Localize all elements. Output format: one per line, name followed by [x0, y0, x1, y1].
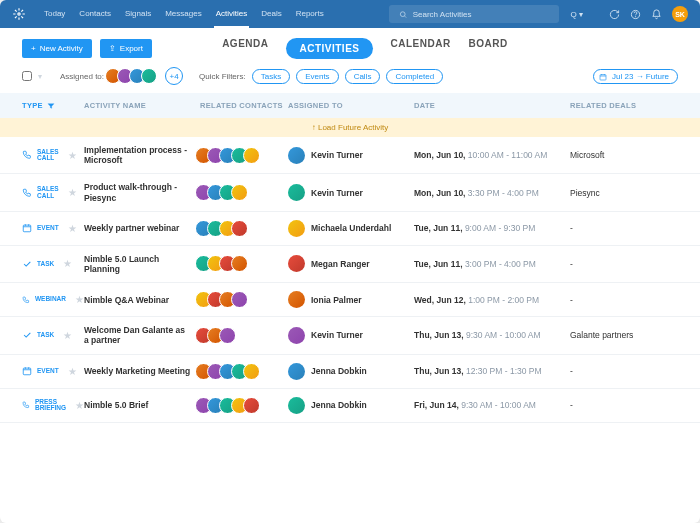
assigned-to[interactable]: Jenna Dobkin	[288, 363, 414, 380]
table-body: SALESCALL★Implementation process - Micro…	[0, 137, 700, 523]
contact-avatars[interactable]	[200, 291, 288, 308]
help-icon[interactable]	[630, 9, 641, 20]
contact-avatars[interactable]	[200, 255, 288, 272]
type-label: TASK	[37, 332, 54, 339]
col-contacts-header[interactable]: RELATED CONTACTS	[200, 101, 288, 110]
activity-name: Weekly partner webinar	[84, 223, 200, 233]
nav-messages[interactable]: Messages	[163, 0, 203, 28]
table-row[interactable]: PRESSBRIEFING★Nimble 5.0 BriefJenna Dobk…	[0, 389, 700, 423]
star-icon[interactable]: ★	[68, 366, 77, 377]
nav-activities[interactable]: Activities	[214, 0, 250, 28]
svg-rect-4	[600, 74, 606, 79]
star-icon[interactable]: ★	[63, 258, 72, 269]
activity-name: Nimble 5.0 Launch Planning	[84, 254, 200, 274]
search-scope-text: Q ▾	[571, 10, 583, 19]
date-range-button[interactable]: Jul 23 → Future	[593, 69, 678, 84]
view-tab-calendar[interactable]: CALENDAR	[391, 38, 451, 59]
activity-name: Product walk-through - Piesync	[84, 182, 200, 202]
activity-name: Nimble Q&A Webinar	[84, 295, 200, 305]
table-row[interactable]: WEBINAR★Nimble Q&A WebinarIonia PalmerWe…	[0, 283, 700, 317]
more-assignees-button[interactable]: +4	[165, 67, 183, 85]
assigned-to[interactable]: Kevin Turner	[288, 184, 414, 201]
user-avatar[interactable]: SK	[672, 6, 688, 22]
search-input[interactable]	[413, 10, 549, 19]
sync-icon[interactable]	[609, 9, 620, 20]
col-deals-header[interactable]: RELATED DEALS	[570, 101, 678, 110]
date-cell: Thu, Jun 13, 9:30 AM - 10:00 AM	[414, 330, 570, 340]
filter-chip-tasks[interactable]: Tasks	[252, 69, 290, 84]
filter-chip-events[interactable]: Events	[296, 69, 338, 84]
col-type-header[interactable]: TYPE	[22, 101, 84, 110]
assigned-to[interactable]: Michaela Underdahl	[288, 220, 414, 237]
assigned-to[interactable]: Kevin Turner	[288, 327, 414, 344]
type-label: SALESCALL	[37, 186, 59, 199]
quick-filters-label: Quick Filters:	[199, 72, 246, 81]
assignee-avatar	[288, 220, 305, 237]
type-label: PRESSBRIEFING	[35, 399, 66, 412]
contact-avatar	[243, 147, 260, 164]
contact-avatar	[243, 363, 260, 380]
contact-avatars[interactable]	[200, 147, 288, 164]
date-cell: Tue, Jun 11, 3:00 PM - 4:00 PM	[414, 259, 570, 269]
table-row[interactable]: SALESCALL★Product walk-through - Piesync…	[0, 174, 700, 211]
date-cell: Mon, Jun 10, 3:30 PM - 4:00 PM	[414, 188, 570, 198]
nav-contacts[interactable]: Contacts	[77, 0, 113, 28]
filter-chip-completed[interactable]: Completed	[386, 69, 443, 84]
nav-deals[interactable]: Deals	[259, 0, 283, 28]
view-tabs: AGENDAACTIVITIESCALENDARBOARD	[160, 38, 570, 59]
contact-avatars[interactable]	[200, 397, 288, 414]
assignee-avatar	[288, 397, 305, 414]
svg-rect-5	[23, 225, 31, 232]
contact-avatars[interactable]	[200, 327, 288, 344]
load-future-button[interactable]: ↑ Load Future Activity	[0, 118, 700, 137]
deal-cell: -	[570, 223, 678, 233]
filter-chip-calls[interactable]: Calls	[345, 69, 381, 84]
filter-icon	[47, 102, 55, 110]
table-row[interactable]: EVENT★Weekly partner webinarMichaela Und…	[0, 212, 700, 246]
star-icon[interactable]: ★	[75, 294, 84, 305]
activity-name: Nimble 5.0 Brief	[84, 400, 200, 410]
assignee-avatar	[288, 147, 305, 164]
date-cell: Wed, Jun 12, 1:00 PM - 2:00 PM	[414, 295, 570, 305]
nav-today[interactable]: Today	[42, 0, 67, 28]
assigned-to[interactable]: Kevin Turner	[288, 147, 414, 164]
col-name-header[interactable]: ACTIVITY NAME	[84, 101, 200, 110]
assigned-to[interactable]: Ionia Palmer	[288, 291, 414, 308]
star-icon[interactable]: ★	[68, 150, 77, 161]
select-all-checkbox[interactable]	[22, 71, 32, 81]
table-row[interactable]: TASK★Welcome Dan Galante as a partnerKev…	[0, 317, 700, 354]
star-icon[interactable]: ★	[68, 223, 77, 234]
assigned-filter[interactable]: Assigned to: +4	[60, 67, 183, 85]
table-row[interactable]: SALESCALL★Implementation process - Micro…	[0, 137, 700, 174]
new-activity-button[interactable]: +New Activity	[22, 39, 92, 58]
contact-avatars[interactable]	[200, 363, 288, 380]
app-window: TodayContactsSignalsMessagesActivitiesDe…	[0, 0, 700, 523]
bell-icon[interactable]	[651, 9, 662, 20]
table-row[interactable]: EVENT★Weekly Marketing MeetingJenna Dobk…	[0, 355, 700, 389]
star-icon[interactable]: ★	[63, 330, 72, 341]
view-tab-agenda[interactable]: AGENDA	[222, 38, 268, 59]
deal-cell: Galante partners	[570, 330, 678, 340]
topbar: TodayContactsSignalsMessagesActivitiesDe…	[0, 0, 700, 28]
col-date-header[interactable]: DATE	[414, 101, 570, 110]
table-row[interactable]: TASK★Nimble 5.0 Launch PlanningMegan Ran…	[0, 246, 700, 283]
contact-avatars[interactable]	[200, 184, 288, 201]
assigned-to[interactable]: Megan Ranger	[288, 255, 414, 272]
contact-avatar	[231, 220, 248, 237]
calendar-icon	[599, 73, 607, 81]
contact-avatars[interactable]	[200, 220, 288, 237]
deal-cell: Microsoft	[570, 150, 678, 160]
view-tab-board[interactable]: BOARD	[469, 38, 508, 59]
contact-avatar	[231, 291, 248, 308]
nav-reports[interactable]: Reports	[294, 0, 326, 28]
col-assigned-header[interactable]: ASSIGNED TO	[288, 101, 414, 110]
star-icon[interactable]: ★	[68, 187, 77, 198]
assigned-to[interactable]: Jenna Dobkin	[288, 397, 414, 414]
export-button[interactable]: ⇪Export	[100, 39, 152, 58]
star-icon[interactable]: ★	[75, 400, 84, 411]
assignee-avatar	[288, 255, 305, 272]
view-tab-activities[interactable]: ACTIVITIES	[286, 38, 372, 59]
assignee-avatar	[288, 327, 305, 344]
search-box[interactable]	[389, 5, 559, 23]
nav-signals[interactable]: Signals	[123, 0, 153, 28]
